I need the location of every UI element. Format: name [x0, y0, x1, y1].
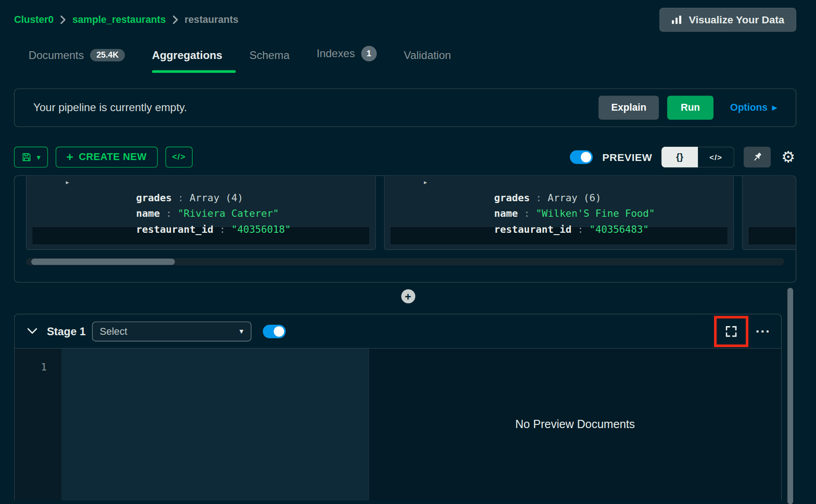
tab-validation-label: Validation: [404, 49, 451, 61]
visualize-data-button[interactable]: Visualize Your Data: [659, 8, 796, 32]
tab-indexes[interactable]: Indexes 1: [317, 46, 376, 73]
stage-options-menu-button[interactable]: ···: [756, 324, 771, 338]
horizontal-scrollbar-thumb[interactable]: [31, 258, 175, 265]
stage-operator-value: Select: [100, 326, 127, 337]
chevron-down-icon[interactable]: [27, 327, 38, 335]
horizontal-scrollbar[interactable]: [26, 258, 784, 265]
field-row-name: name : "Riviera Caterer": [27, 190, 375, 205]
tab-documents[interactable]: Documents 25.4K: [29, 49, 125, 73]
toolbar-left: ▾ + CREATE NEW </>: [14, 147, 193, 168]
field-separator: :: [571, 223, 589, 235]
field-value: "40356483": [589, 223, 649, 235]
stage-1-panel: Stage 1 Select ▾ ···: [14, 314, 782, 500]
editor-code-area[interactable]: [61, 349, 368, 500]
stage-preview-panel: No Preview Documents: [369, 349, 781, 500]
pipeline-actions: Explain Run Options ▶: [599, 96, 777, 119]
breadcrumb: Cluster0 sample_restaurants restaurants: [14, 14, 238, 26]
collection-tabs: Documents 25.4K Aggregations Schema Inde…: [0, 32, 816, 73]
top-bar: Cluster0 sample_restaurants restaurants …: [0, 0, 816, 32]
expand-stage-button[interactable]: [725, 324, 738, 338]
stage-operator-select[interactable]: Select ▾: [92, 322, 251, 341]
caret-down-icon: ▾: [37, 154, 40, 161]
no-preview-message: No Preview Documents: [515, 418, 635, 432]
bar-chart-icon: [671, 15, 682, 25]
document-card: [742, 175, 796, 250]
plus-icon: +: [66, 150, 74, 162]
document-card: ▸grades : Array (4) name : "Riviera Cate…: [26, 175, 376, 250]
field-row-grades: ▸grades : Array (6): [385, 175, 733, 190]
expand-caret-icon[interactable]: ▸: [65, 175, 70, 190]
toolbar-right: PREVIEW {} </> ⚙: [570, 147, 796, 168]
pipeline-toolbar: ▾ + CREATE NEW </> PREVIEW {} </>: [14, 147, 796, 168]
add-stage-button[interactable]: +: [401, 290, 415, 304]
options-button[interactable]: Options ▶: [730, 102, 777, 113]
toggle-knob: [581, 152, 591, 162]
create-new-button[interactable]: + CREATE NEW: [55, 147, 157, 168]
documents-count-badge: 25.4K: [90, 49, 125, 61]
tab-schema-label: Schema: [249, 49, 290, 61]
editor-gutter: 1: [15, 349, 61, 500]
fullscreen-expand-icon: [725, 324, 738, 338]
field-separator: :: [214, 223, 231, 235]
stage-body: 1 No Preview Documents: [15, 349, 781, 500]
pipeline-empty-message: Your pipeline is currently empty.: [33, 102, 187, 114]
caret-right-icon: ▶: [772, 105, 777, 111]
vertical-scrollbar-thumb[interactable]: [787, 288, 793, 504]
run-button[interactable]: Run: [667, 96, 714, 119]
breadcrumb-collection: restaurants: [184, 14, 238, 26]
preview-toggle[interactable]: [570, 150, 593, 164]
add-stage-row: +: [0, 290, 816, 304]
pipeline-as-text-button[interactable]: </>: [165, 147, 192, 168]
save-pipeline-button[interactable]: ▾: [14, 147, 48, 168]
pipeline-banner: Your pipeline is currently empty. Explai…: [14, 88, 796, 127]
visualize-data-label: Visualize Your Data: [689, 14, 784, 26]
tab-aggregations-label: Aggregations: [152, 49, 222, 61]
indexes-count-badge: 1: [361, 46, 376, 61]
caret-down-icon: ▾: [240, 327, 244, 336]
stage-header: Stage 1 Select ▾ ···: [15, 314, 781, 349]
create-new-label: CREATE NEW: [79, 151, 146, 163]
chevron-right-icon: [60, 15, 66, 24]
gear-icon: ⚙: [781, 148, 795, 166]
field-name: restaurant_id: [494, 223, 571, 235]
tab-schema[interactable]: Schema: [249, 49, 290, 73]
field-row-restaurant-id: restaurant_id : "40356483": [385, 205, 733, 221]
annotation-highlight-box: [714, 316, 748, 347]
compass-app: Cluster0 sample_restaurants restaurants …: [0, 0, 816, 504]
stage-enabled-toggle[interactable]: [263, 324, 285, 338]
field-row-restaurant-id: restaurant_id : "40356018": [27, 205, 375, 221]
field-name: restaurant_id: [136, 223, 213, 235]
field-row-grades: ▸grades : Array (4): [27, 175, 375, 190]
explain-button[interactable]: Explain: [599, 96, 659, 119]
document-card: ▸grades : Array (6) name : "Wilken'S Fin…: [384, 175, 734, 250]
stage-title: Stage 1: [47, 325, 86, 338]
pin-icon: [752, 151, 763, 163]
expand-caret-icon[interactable]: ▸: [423, 175, 428, 190]
field-value: "40356018": [231, 223, 291, 235]
next-document-edge: [748, 226, 796, 245]
tab-documents-label: Documents: [29, 49, 84, 61]
text-view-button[interactable]: </>: [698, 147, 735, 168]
line-number: 1: [41, 361, 47, 373]
ellipsis-icon: ···: [756, 323, 771, 339]
field-row-name: name : "Wilken'S Fine Food": [385, 190, 733, 205]
document-cards-row: ▸grades : Array (4) name : "Riviera Cate…: [26, 175, 784, 250]
breadcrumb-database[interactable]: sample_restaurants: [72, 14, 166, 26]
builder-view-button[interactable]: {}: [661, 147, 698, 168]
chevron-right-icon: [172, 15, 178, 24]
tab-validation[interactable]: Validation: [404, 49, 451, 73]
tab-indexes-label: Indexes: [317, 48, 355, 60]
preview-documents-panel: ▸grades : Array (4) name : "Riviera Cate…: [14, 175, 796, 282]
pin-results-button[interactable]: [744, 147, 771, 168]
breadcrumb-cluster[interactable]: Cluster0: [14, 14, 54, 26]
options-label: Options: [730, 102, 768, 113]
save-icon: [21, 152, 32, 162]
stage-editor: 1: [15, 349, 369, 500]
tab-aggregations[interactable]: Aggregations: [152, 49, 222, 73]
toggle-knob: [274, 326, 284, 337]
view-mode-segmented-control: {} </>: [661, 147, 734, 168]
preview-label: PREVIEW: [602, 151, 652, 163]
settings-gear-button[interactable]: ⚙: [780, 150, 796, 165]
code-icon: </>: [172, 152, 186, 161]
